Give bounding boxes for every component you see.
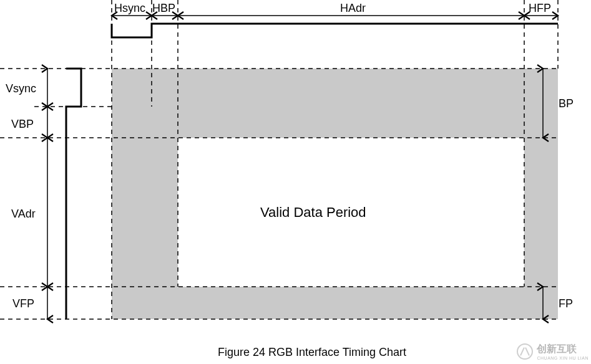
- watermark-en: CHUANG XIN HU LIAN: [537, 356, 589, 360]
- hadr-label: HAdr: [340, 2, 366, 14]
- vsync-waveform: [66, 69, 81, 319]
- hsync-label: Hsync: [114, 2, 145, 14]
- valid-data-label: Valid Data Period: [260, 206, 366, 219]
- vfp-label: VFP: [12, 298, 34, 309]
- watermark-cn: 创新互联: [537, 343, 589, 356]
- bp-label: BP: [559, 98, 574, 109]
- logo-icon: [517, 343, 533, 360]
- vsync-label: Vsync: [6, 83, 36, 94]
- hsync-waveform: [112, 24, 558, 37]
- fp-label: FP: [559, 298, 573, 309]
- figure-caption: Figure 24 RGB Interface Timing Chart: [187, 347, 437, 358]
- timing-diagram: [0, 0, 591, 364]
- watermark: 创新互联 CHUANG XIN HU LIAN: [517, 343, 589, 360]
- vadr-label: VAdr: [11, 208, 36, 219]
- vbp-label: VBP: [11, 118, 34, 130]
- hbp-label: HBP: [152, 2, 175, 14]
- hfp-label: HFP: [529, 2, 551, 14]
